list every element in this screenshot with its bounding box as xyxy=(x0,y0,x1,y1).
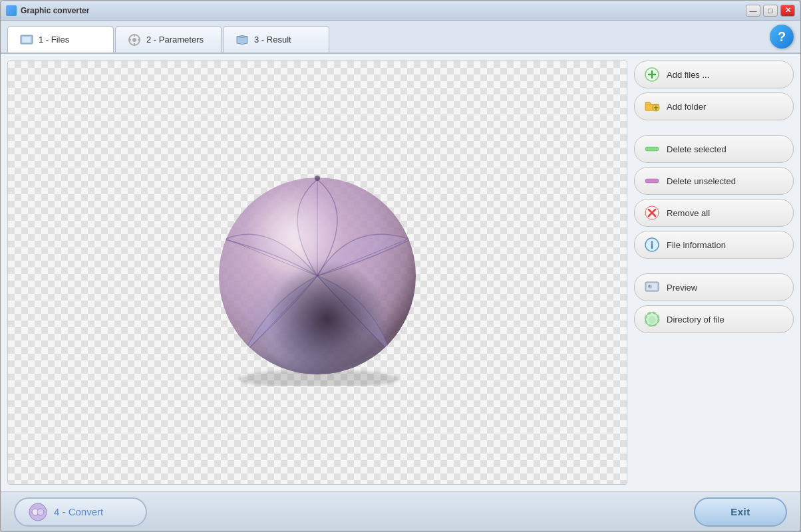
tab-files[interactable]: 1 - Files xyxy=(7,26,114,53)
file-information-button[interactable]: File information xyxy=(634,231,794,259)
preview-label: Preview xyxy=(667,283,697,293)
window-title: Graphic converter xyxy=(21,6,746,15)
result-tab-icon xyxy=(236,33,249,47)
remove-all-icon xyxy=(644,205,660,221)
parameters-tab-icon xyxy=(128,33,141,47)
svg-marker-2 xyxy=(23,37,30,43)
sidebar: Add files ... Add folder xyxy=(634,61,794,485)
main-window: Graphic converter — □ ✕ 1 - Files xyxy=(0,0,801,532)
checker-background xyxy=(8,61,627,484)
convert-label: 4 - Convert xyxy=(54,506,103,517)
svg-point-4 xyxy=(132,38,136,42)
svg-point-20 xyxy=(315,176,320,181)
delete-unselected-icon xyxy=(644,173,660,189)
add-folder-button[interactable]: Add folder xyxy=(634,92,794,120)
title-bar: Graphic converter — □ ✕ xyxy=(1,1,800,21)
exit-button[interactable]: Exit xyxy=(694,497,787,527)
minimize-button[interactable]: — xyxy=(746,5,760,17)
spacer-1 xyxy=(634,124,794,131)
sphere-preview xyxy=(204,160,430,386)
add-folder-icon xyxy=(644,98,660,114)
add-files-label: Add files ... xyxy=(667,70,709,80)
delete-selected-label: Delete selected xyxy=(667,144,726,154)
spacer-2 xyxy=(634,263,794,269)
preview-icon xyxy=(644,279,660,295)
file-information-icon xyxy=(644,237,660,253)
directory-of-file-icon xyxy=(644,311,660,327)
app-icon xyxy=(6,5,17,16)
svg-point-33 xyxy=(651,241,653,243)
svg-point-44 xyxy=(37,509,44,515)
svg-point-19 xyxy=(219,178,416,374)
maximize-button[interactable]: □ xyxy=(763,5,778,17)
close-button[interactable]: ✕ xyxy=(780,5,795,17)
delete-selected-icon xyxy=(644,141,660,157)
preview-button[interactable]: Preview xyxy=(634,273,794,301)
convert-icon xyxy=(29,503,47,521)
bottom-bar: 4 - Convert Exit xyxy=(1,491,800,531)
delete-unselected-button[interactable]: Delete unselected xyxy=(634,167,794,195)
svg-rect-28 xyxy=(645,179,659,183)
directory-of-file-button[interactable]: Directory of file xyxy=(634,305,794,333)
preview-area xyxy=(7,61,627,485)
convert-button[interactable]: 4 - Convert xyxy=(14,497,147,527)
svg-rect-27 xyxy=(645,147,659,151)
tab-bar: 1 - Files 2 - Parameters xyxy=(1,21,800,54)
add-folder-label: Add folder xyxy=(667,102,706,112)
main-content: Add files ... Add folder xyxy=(1,54,800,491)
help-button[interactable]: ? xyxy=(770,25,794,49)
remove-all-button[interactable]: Remove all xyxy=(634,199,794,227)
files-tab-label: 1 - Files xyxy=(39,35,69,45)
parameters-tab-label: 2 - Parameters xyxy=(146,35,204,45)
directory-of-file-label: Directory of file xyxy=(667,315,724,325)
delete-unselected-label: Delete unselected xyxy=(667,176,736,186)
delete-selected-button[interactable]: Delete selected xyxy=(634,135,794,163)
tab-parameters[interactable]: 2 - Parameters xyxy=(115,26,222,53)
exit-label: Exit xyxy=(730,506,750,517)
files-tab-icon xyxy=(20,33,33,47)
svg-point-38 xyxy=(649,285,651,287)
result-tab-label: 3 - Result xyxy=(254,35,291,45)
file-information-label: File information xyxy=(667,240,726,250)
tab-result[interactable]: 3 - Result xyxy=(223,26,329,53)
add-files-button[interactable]: Add files ... xyxy=(634,61,794,88)
remove-all-label: Remove all xyxy=(667,208,710,218)
add-files-icon xyxy=(644,66,660,82)
window-controls: — □ ✕ xyxy=(746,5,795,17)
